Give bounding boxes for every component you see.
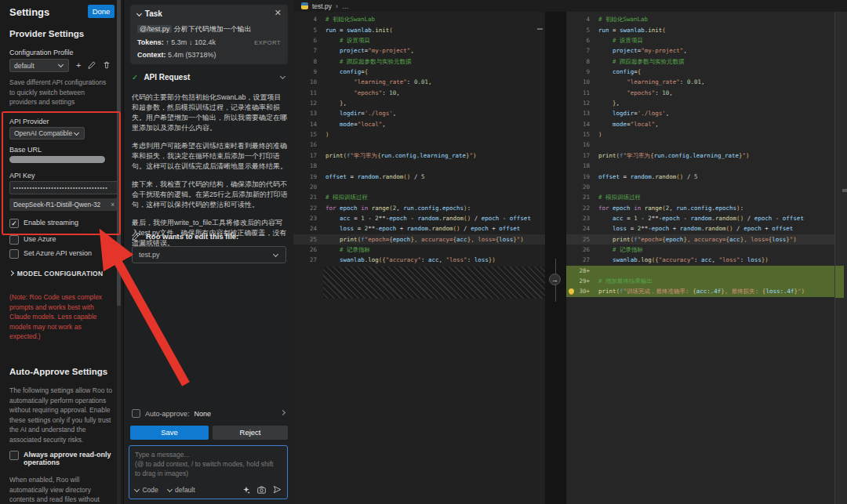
- delete-profile-button[interactable]: [103, 61, 111, 71]
- paragraph: 代码的主要部分包括初始化SwanLab，设置项目和超参数，然后模拟训练过程，记录…: [132, 92, 288, 133]
- paragraph: 考虑到用户可能希望在训练结束时看到最终的准确率和损失，我决定在循环结束后添加一个…: [132, 141, 288, 172]
- code-line: 7 project="my-project",: [566, 45, 834, 56]
- code-line: 12 },: [566, 98, 834, 108]
- profile-select[interactable]: default: [168, 486, 195, 494]
- code-line: 19offset = random.random() / 5: [566, 172, 834, 182]
- api-request-row[interactable]: ✓ API Request: [132, 73, 286, 82]
- chevron-right-icon[interactable]: [280, 410, 285, 415]
- code-line: 8 # 跟踪超参数与实验元数据: [566, 56, 834, 67]
- remove-model-icon[interactable]: ×: [111, 201, 115, 208]
- added-lines-ruler-mark: [835, 266, 844, 298]
- save-button[interactable]: Save: [130, 426, 209, 440]
- paragraph: 接下来，我检查了代码的结构，确保添加的代码不会干扰现有的逻辑。在第25行之后添加…: [132, 179, 288, 210]
- pane-scroll-dash: [537, 28, 543, 30]
- chevron-down-icon: [58, 62, 64, 67]
- code-line: 19offset = random.random() / 5: [293, 172, 545, 182]
- pencil-icon: [88, 61, 96, 69]
- code-line: 15): [566, 129, 834, 140]
- scrollbar-thumb[interactable]: [842, 189, 847, 192]
- enable-streaming-checkbox[interactable]: ✓ Enable streaming: [9, 219, 78, 228]
- checkbox-checked-icon: ✓: [9, 219, 19, 228]
- context-value: 5.4m (53718%): [168, 51, 216, 59]
- message-input[interactable]: Type a message... (@ to add context, / t…: [129, 445, 288, 499]
- add-profile-button[interactable]: +: [76, 61, 81, 70]
- reject-button[interactable]: Reject: [213, 426, 288, 440]
- code-line: 21# 模拟训练过程: [566, 192, 834, 202]
- api-provider-select[interactable]: OpenAI Compatible: [9, 127, 85, 140]
- code-line: 10 "learning_rate": 0.01,: [566, 77, 834, 87]
- code-pane-modified[interactable]: 34# 初始化SwanLab5run = swanlab.init(6 # 设置…: [566, 12, 834, 504]
- api-key-field[interactable]: •••••••••••••••••••••••••••••••••••: [9, 181, 120, 194]
- code-line: 23 acc = 1 - 2**-epoch - random.random()…: [293, 213, 545, 223]
- base-url-field-redacted[interactable]: [9, 156, 105, 163]
- settings-scrollbar[interactable]: [117, 0, 121, 504]
- chevron-down-icon: [273, 251, 278, 256]
- code-line: 24 loss = 2**-epoch + random.random() / …: [566, 223, 834, 234]
- send-icon[interactable]: [273, 485, 282, 494]
- task-card: Task ✕ @/test.py 分析下代码增加一个输出 Tokens: ↑ 5…: [130, 5, 288, 64]
- overview-ruler[interactable]: [834, 12, 847, 504]
- editor-area: test.py › … 34# 初始化SwanLab5run = swanlab…: [293, 0, 847, 504]
- code-line: 5run = swanlab.init(: [293, 25, 545, 35]
- code-line: 22for epoch in range(2, run.config.epoch…: [566, 203, 834, 213]
- code-line: 16: [566, 140, 834, 150]
- enhance-prompt-icon[interactable]: [242, 486, 250, 494]
- code-line: 11 "epochs": 10,: [566, 88, 834, 98]
- code-line: 13 logdir='./logs',: [293, 108, 545, 118]
- read-only-checkbox[interactable]: Always approve read-only operations: [9, 451, 111, 466]
- checkbox-icon: [9, 249, 19, 259]
- edit-file-select[interactable]: test.py: [132, 246, 286, 263]
- code-line: 5run = swanlab.init(: [566, 25, 834, 35]
- code-line: 6 # 设置项目: [293, 35, 545, 45]
- code-line: 30+print(f"训练完成，最终准确率: {acc:.4f}, 最终损失: …: [566, 286, 834, 296]
- checkbox-icon[interactable]: [132, 409, 140, 418]
- diff-filler-hatch: [323, 267, 545, 299]
- provider-settings-heading: Provider Settings: [9, 29, 112, 38]
- code-line: 21# 模拟训练过程: [293, 192, 545, 202]
- code-line: 9 config={: [293, 67, 545, 77]
- auto-approve-row[interactable]: Auto-approve: None: [132, 409, 286, 418]
- diff-merge-arrow-button[interactable]: →: [549, 274, 561, 285]
- camera-icon[interactable]: [257, 486, 266, 494]
- base-url-label: Base URL: [9, 146, 112, 154]
- file-mention-chip[interactable]: @/test.py: [137, 25, 172, 33]
- chevron-down-icon[interactable]: [280, 74, 285, 79]
- code-line: 23 acc = 1 - 2**-epoch - random.random()…: [566, 213, 834, 223]
- app-window: Settings Done Provider Settings Configur…: [0, 0, 847, 504]
- checkbox-icon: [9, 235, 19, 245]
- code-line: 22for epoch in range(2, run.config.epoch…: [293, 203, 545, 213]
- model-configuration-toggle[interactable]: MODEL CONFIGURATION: [9, 270, 103, 277]
- code-line: 6 # 设置项目: [566, 35, 834, 45]
- tokens-row: Tokens: ↑ 5.3m ↓ 102.4k: [137, 38, 216, 46]
- code-line: 17print(f"学习率为{run.config.learning_rate}…: [566, 150, 834, 161]
- code-line: 4# 初始化SwanLab: [293, 14, 545, 24]
- diff-gutter: [545, 12, 566, 504]
- done-button[interactable]: Done: [88, 5, 115, 18]
- export-button[interactable]: EXPORT: [254, 39, 281, 46]
- auto-approve-desc: The following settings allow Roo to auto…: [9, 386, 112, 444]
- use-azure-checkbox[interactable]: Use Azure: [9, 235, 56, 245]
- settings-panel: Settings Done Provider Settings Configur…: [0, 0, 123, 504]
- trash-icon: [103, 61, 111, 69]
- code-pane-original[interactable]: 34# 初始化SwanLab5run = swanlab.init(6 # 设置…: [293, 12, 545, 504]
- chevron-down-icon: [134, 487, 140, 492]
- code-line: 13 logdir='./logs',: [566, 108, 834, 118]
- scrollbar-thumb[interactable]: [117, 0, 121, 306]
- chevron-down-icon: [167, 487, 173, 492]
- chevron-down-icon: [74, 129, 79, 135]
- api-provider-label: API Provider: [9, 118, 112, 125]
- azure-api-version-checkbox[interactable]: Set Azure API version: [9, 249, 92, 259]
- config-profile-select[interactable]: default: [9, 59, 69, 72]
- code-line: 17print(f"学习率为{run.config.learning_rate}…: [293, 150, 545, 161]
- model-chip[interactable]: DeepSeek-R1-Distill-Qwen-32 ×: [9, 198, 118, 211]
- edit-profile-button[interactable]: [88, 61, 96, 71]
- close-task-icon[interactable]: ✕: [274, 8, 282, 18]
- mode-select[interactable]: Code: [135, 486, 158, 494]
- breadcrumb[interactable]: test.py › …: [293, 0, 847, 12]
- code-line: 11 "epochs": 10,: [293, 88, 545, 98]
- code-line: 28+: [566, 266, 834, 276]
- code-line: 29+# 增加最终结果输出: [566, 276, 834, 286]
- check-icon: ✓: [132, 73, 138, 82]
- code-line: 7 project="my-project",: [293, 45, 545, 56]
- task-header[interactable]: Task: [137, 9, 162, 18]
